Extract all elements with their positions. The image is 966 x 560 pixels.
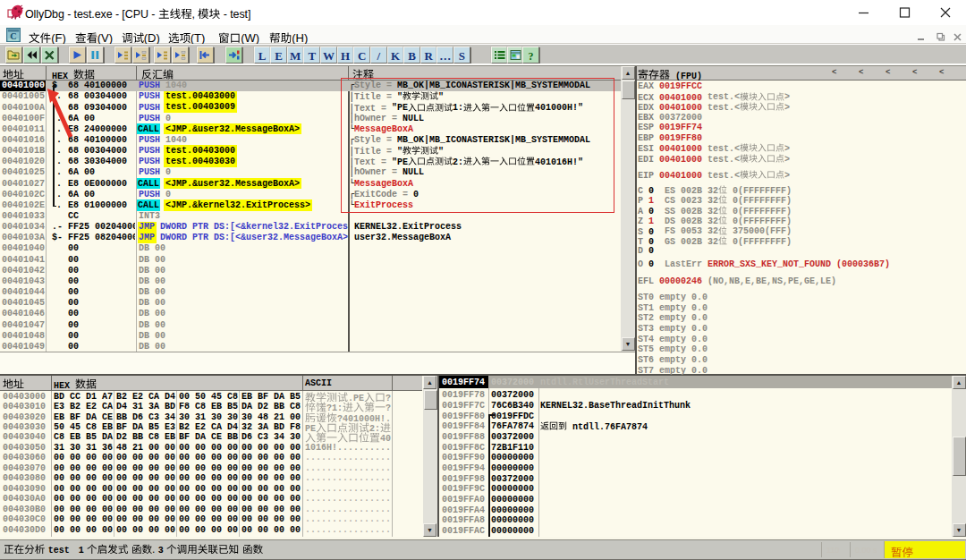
- svg-text:C: C: [10, 30, 16, 40]
